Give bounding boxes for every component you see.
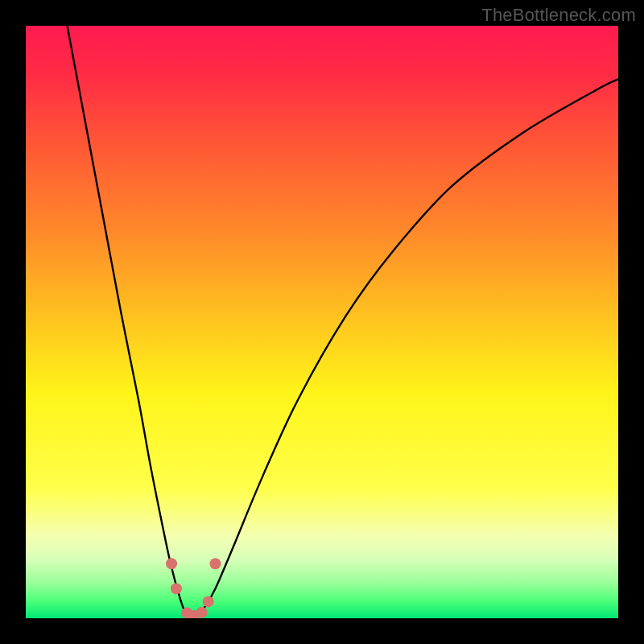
- curve-marker: [171, 583, 182, 594]
- bottleneck-chart: [26, 26, 618, 618]
- curve-marker: [196, 607, 208, 618]
- chart-frame: [26, 26, 618, 618]
- curve-marker: [210, 558, 221, 569]
- gradient-background: [26, 26, 618, 618]
- watermark-text: TheBottleneck.com: [481, 5, 636, 26]
- curve-marker: [166, 558, 177, 569]
- curve-marker: [203, 596, 214, 607]
